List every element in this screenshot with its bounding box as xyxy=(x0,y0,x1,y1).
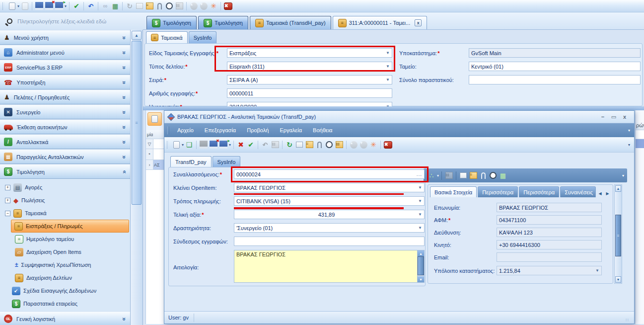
new-document-icon[interactable] xyxy=(173,141,180,149)
grid-add-icon[interactable]: ▦ xyxy=(499,171,507,180)
reminder-icon[interactable]: · xyxy=(165,1,174,10)
open-item-select[interactable]: ΒΡΑΚΑΣ ΓΕΩΡΓΙΟΣ▼ xyxy=(234,183,425,192)
refresh-icon[interactable]: ↻ xyxy=(285,140,294,149)
nav-up-icon[interactable]: ▲ xyxy=(189,1,198,10)
delete-icon[interactable]: ✖ xyxy=(236,140,245,149)
window-icon[interactable] xyxy=(459,171,468,180)
sidebar-item-purchases[interactable]: + ▤ Αγορές xyxy=(0,181,130,194)
window-icon[interactable] xyxy=(135,1,144,10)
grid-filter-row[interactable]: ▽ xyxy=(146,139,164,149)
sidebar-item-cash-journal[interactable]: ≡ Ημερολόγιο ταμείου xyxy=(0,233,130,245)
final-value-input[interactable]: 431,89▼ xyxy=(234,210,425,219)
maximize-icon[interactable]: ▭ xyxy=(608,113,619,121)
tab-close-icon[interactable]: x xyxy=(415,19,422,26)
confirm-icon[interactable]: ✔ xyxy=(246,140,255,149)
close-icon[interactable]: x xyxy=(619,113,630,121)
menu-edit[interactable]: Επεξεργασία xyxy=(199,125,241,136)
customer-panel-scrollbar[interactable]: ▲ ≡ ▼ xyxy=(614,184,622,284)
menu-file[interactable]: Αρχείο xyxy=(172,125,199,136)
sidebar-group-parts-orders[interactable]: ▦ Παραγγελίες Ανταλλακτικών» xyxy=(0,150,130,164)
copy-icon[interactable] xyxy=(20,1,29,10)
menu-help[interactable]: Βοήθεια xyxy=(307,125,338,136)
reminder-icon[interactable]: · xyxy=(325,140,334,149)
window-tab-invoicing-2[interactable]: $ Τιμολόγηση xyxy=(198,16,248,29)
window-tab-cash-document[interactable]: ≡ 311:A:00000011 - Ταμει... x xyxy=(333,16,428,29)
tab-basic-info[interactable]: Βασικά Στοιχεία xyxy=(430,186,477,197)
tab-consents[interactable]: Συναινέσεις xyxy=(560,186,596,197)
chevron-down-icon[interactable]: ▼ xyxy=(594,268,599,273)
nav-down-icon[interactable]: ▼ xyxy=(359,140,368,149)
sidebar-group-user-menu[interactable]: ♟ Μενού χρήστη» xyxy=(0,30,130,45)
sidebar-item-receipts-payments[interactable]: ≡ Εισπράξεις / Πληρωμές xyxy=(11,220,129,233)
confirm-icon[interactable]: ✔ xyxy=(72,1,81,10)
branch-input[interactable]: GvSoft Main xyxy=(469,48,641,58)
record-number-input[interactable]: 00000011 xyxy=(227,88,392,98)
window-icon[interactable] xyxy=(295,140,304,149)
search-input[interactable]: Πληκτρολογήστε λέξεις-κλειδιά εδώ xyxy=(0,12,143,30)
resize-grip[interactable]: ∷ xyxy=(626,318,630,324)
chevron-down-icon[interactable]: ▼ xyxy=(417,199,422,203)
company-name-field[interactable]: ΒΡΑΚΑΣ ΓΕΩΡΓΙΟΣ xyxy=(497,203,602,212)
activity-select[interactable]: 'Συνεργείο (01)▼ xyxy=(234,223,425,233)
record-link-input[interactable] xyxy=(234,237,425,246)
save-icon[interactable] xyxy=(35,2,43,10)
scroll-up-icon[interactable]: ▲ xyxy=(615,185,621,192)
sidebar-item-data-import[interactable]: ↙ Σχέδια Εισαγωγής Δεδομένων xyxy=(0,284,130,297)
sidebar-item-open-items[interactable]: ▱ Διαχείριση Open Items xyxy=(0,245,130,258)
sync-icon[interactable]: ✳ xyxy=(369,140,378,149)
chevron-down-icon[interactable]: ▼ xyxy=(384,64,390,69)
grid-selected-row[interactable]: › ΑΣ xyxy=(146,160,164,170)
undo-icon[interactable]: ↶ xyxy=(86,1,95,10)
menu-view[interactable]: Προβολή xyxy=(241,125,274,136)
toolbar-overflow-icon[interactable]: ▾ xyxy=(628,143,634,147)
scroll-down-icon[interactable]: ▼ xyxy=(418,276,424,282)
grid-add-icon[interactable]: ▦ xyxy=(111,1,120,10)
grid-row[interactable] xyxy=(636,130,644,139)
copy-icon[interactable]: ▤ xyxy=(271,140,280,149)
tab-sysinfo[interactable]: SysInfo xyxy=(213,156,241,167)
grid-selected-row[interactable] xyxy=(636,139,644,148)
new-dropdown-icon[interactable]: ▾ xyxy=(17,4,19,8)
tab-more-2[interactable]: Περισσότερα xyxy=(519,186,559,197)
window-tab-invoicing-1[interactable]: $ Τιμολόγηση xyxy=(146,16,197,29)
mobile-field[interactable]: +30 6944416300 xyxy=(497,240,602,249)
document-total-input[interactable] xyxy=(469,75,641,84)
sidebar-group-support[interactable]: ☎ Υποστήριξη» xyxy=(0,75,130,89)
attachment-icon[interactable] xyxy=(479,171,488,180)
exit-icon[interactable]: ✖ xyxy=(223,1,232,10)
ellipsis-lookup-icon[interactable]: ... xyxy=(415,171,422,177)
save-close-icon[interactable]: ✖ xyxy=(210,141,217,149)
scroll-up-icon[interactable]: ▲ xyxy=(418,250,424,256)
chevron-down-icon[interactable]: ▼ xyxy=(384,78,390,82)
save-close-icon[interactable]: ✖ xyxy=(45,2,53,10)
relations-dropdown-icon[interactable]: ▾ xyxy=(437,173,439,178)
chevron-down-icon[interactable]: ▼ xyxy=(417,185,422,190)
scroll-up-icon[interactable]: ▲ xyxy=(132,31,142,40)
nav-up-icon[interactable]: ▲ xyxy=(349,140,358,149)
chevron-down-icon[interactable]: ▼ xyxy=(384,51,390,55)
paste-icon[interactable]: ▤ xyxy=(335,140,344,149)
save-as-icon[interactable]: ▸ xyxy=(219,141,227,149)
sidebar-group-serviceplus-erp[interactable]: ERP ServicePlus 3 ERP» xyxy=(0,60,130,75)
nav-down-icon[interactable]: ▼ xyxy=(199,1,208,10)
sidebar-group-general-ledger[interactable]: GL Γενική λογιστική» xyxy=(0,312,130,325)
copy-icon[interactable]: ▤ xyxy=(444,171,453,180)
grid-new-row[interactable]: * xyxy=(146,149,164,160)
scrollbar-thumb[interactable]: ≡ xyxy=(132,41,142,205)
new-dropdown-icon[interactable]: ▾ xyxy=(182,143,184,147)
duplicate-icon[interactable]: ❏ xyxy=(185,140,194,149)
notes-icon[interactable]: ≡ xyxy=(145,1,154,10)
chevron-down-icon[interactable]: ▼ xyxy=(417,212,422,217)
store-balance-field[interactable]: 1.215,84▼ xyxy=(497,266,602,275)
scrollbar-thumb[interactable] xyxy=(418,256,424,275)
relations-icon[interactable]: ∴ xyxy=(427,171,436,180)
tab-cash-form[interactable]: ≡ Ταμειακά xyxy=(146,31,188,43)
refresh-icon[interactable]: ↻ xyxy=(125,1,134,10)
paste-icon[interactable]: ▤ xyxy=(175,1,184,10)
sidebar-scrollbar[interactable]: ▲ ≡ xyxy=(131,30,143,325)
panel-toolbar-overflow-icon[interactable]: ▾ xyxy=(622,173,624,178)
sidebar-item-cash[interactable]: − ≡ Ταμειακά xyxy=(0,207,130,220)
tab-sysinfo[interactable]: SysInfo xyxy=(189,31,217,43)
tab-more-1[interactable]: Περισσότερα xyxy=(478,186,518,197)
attachment-icon[interactable] xyxy=(155,1,164,10)
